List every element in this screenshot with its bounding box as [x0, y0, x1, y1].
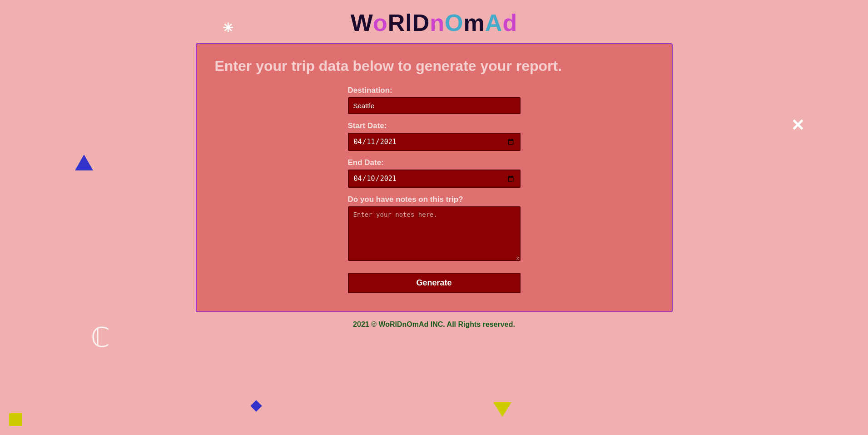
diamond-deco [250, 400, 262, 411]
logo-char-w: W [351, 10, 373, 36]
destination-label: Destination: [348, 86, 521, 95]
destination-input[interactable] [348, 97, 521, 114]
app-logo: WoRlDnOmAd [0, 9, 868, 36]
destination-group: Destination: [348, 86, 521, 114]
logo-char-l: l [405, 10, 412, 36]
triangle-bottom-right-deco [493, 402, 511, 417]
logo-char-o: o [373, 10, 388, 36]
footer-text: 2021 © WoRlDnOmAd INC. All Rights reserv… [353, 320, 515, 328]
footer: 2021 © WoRlDnOmAd INC. All Rights reserv… [0, 312, 868, 333]
generate-button[interactable]: Generate [348, 273, 521, 293]
square-deco [9, 413, 22, 426]
logo-char-bigO: O [445, 10, 463, 36]
triangle-left-deco [75, 155, 93, 170]
logo-char-A: A [485, 10, 503, 36]
logo-char-n: n [430, 10, 445, 36]
x-deco: ✕ [791, 116, 804, 135]
card-title: Enter your trip data below to generate y… [215, 58, 654, 75]
form-container: Destination: Start Date: End Date: Do yo… [215, 86, 654, 293]
main-card: Enter your trip data below to generate y… [196, 43, 673, 312]
start-date-group: Start Date: [348, 121, 521, 151]
end-date-label: End Date: [348, 158, 521, 167]
end-date-input[interactable] [348, 170, 521, 188]
notes-label: Do you have notes on this trip? [348, 195, 521, 204]
header: WoRlDnOmAd [0, 0, 868, 43]
end-date-group: End Date: [348, 158, 521, 188]
logo-char-r: R [388, 10, 406, 36]
logo-char-d: D [412, 10, 430, 36]
start-date-input[interactable] [348, 133, 521, 151]
logo-char-m: m [464, 10, 485, 36]
start-date-label: Start Date: [348, 121, 521, 130]
logo-char-d2: d [502, 10, 517, 36]
notes-textarea[interactable] [348, 206, 521, 261]
notes-group: Do you have notes on this trip? [348, 195, 521, 263]
